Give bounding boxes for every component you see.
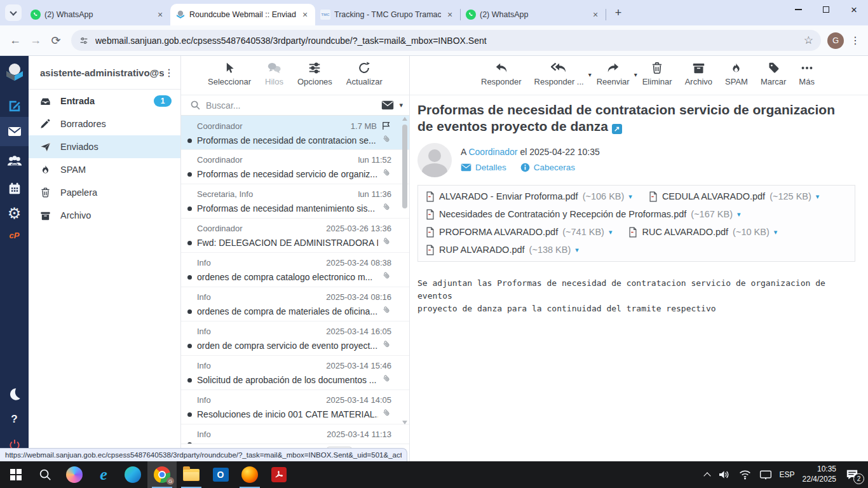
- contacts-icon[interactable]: [0, 150, 29, 172]
- message-status-dot[interactable]: [187, 309, 192, 314]
- attachment-item[interactable]: RUC ALVARADO.pdf (~10 KB) ▾: [628, 227, 777, 238]
- mail-icon[interactable]: [0, 117, 29, 146]
- options-button[interactable]: Opciones: [297, 61, 332, 86]
- headers-toggle[interactable]: Cabeceras: [520, 163, 575, 172]
- tab-close-icon[interactable]: ×: [590, 10, 600, 20]
- help-icon[interactable]: ?: [0, 410, 29, 428]
- message-list-item[interactable]: Info 2025-03-14 14:05 Resoluciones de in…: [181, 390, 409, 424]
- attachment-menu-caret[interactable]: ▾: [575, 246, 579, 254]
- attachment-item[interactable]: Necesidades de Contratación y Recepción …: [426, 209, 741, 220]
- more-button[interactable]: Más: [799, 61, 815, 86]
- back-button[interactable]: ←: [5, 30, 25, 51]
- refresh-button[interactable]: Actualizar: [346, 61, 383, 86]
- dark-mode-moon-icon[interactable]: [0, 384, 29, 404]
- window-maximize-button[interactable]: [812, 0, 840, 19]
- attachment-item[interactable]: ALVARADO - Enviar Proforma.pdf (~106 KB)…: [426, 191, 632, 202]
- attachment-menu-caret[interactable]: ▾: [609, 228, 613, 236]
- folder-sent[interactable]: Enviados: [29, 135, 180, 158]
- internet-explorer-button[interactable]: e: [89, 461, 118, 488]
- omnibox[interactable]: webmail.sanjuan.gob.ec/cpsess5487640538/…: [71, 30, 821, 51]
- message-list-item[interactable]: Info 2025-03-14 15:46 Solicitud de aprob…: [181, 356, 409, 390]
- account-menu-icon[interactable]: ⋮: [164, 67, 174, 79]
- edge-button[interactable]: [118, 461, 147, 488]
- scroll-up-arrow[interactable]: [402, 117, 407, 121]
- new-tab-button[interactable]: +: [610, 4, 627, 21]
- taskbar-search-button[interactable]: [31, 461, 60, 488]
- archive-button[interactable]: Archivo: [685, 61, 712, 86]
- calendar-icon[interactable]: [0, 178, 29, 200]
- wifi-icon[interactable]: [738, 469, 752, 480]
- compose-icon[interactable]: [0, 95, 29, 117]
- folder-archive[interactable]: Archivo: [29, 204, 180, 227]
- message-status-dot[interactable]: [187, 412, 192, 417]
- tab-close-icon[interactable]: ×: [155, 10, 165, 20]
- attachment-menu-caret[interactable]: ▾: [737, 210, 741, 219]
- message-status-dot[interactable]: [187, 275, 192, 280]
- folder-trash[interactable]: Papelera: [29, 181, 180, 204]
- chrome-button[interactable]: G: [147, 461, 177, 488]
- message-list-item[interactable]: Secretaria, Info lun 11:36 Proformas de …: [181, 184, 409, 219]
- reply-all-dropdown-caret[interactable]: ▾: [588, 71, 592, 78]
- copilot-button[interactable]: [60, 461, 89, 488]
- attachment-item[interactable]: PROFORMA ALVARADO.pdf (~741 KB) ▾: [426, 227, 612, 238]
- site-settings-icon[interactable]: [79, 36, 89, 46]
- attachment-item[interactable]: CEDULA ALVARADO.pdf (~125 KB) ▾: [649, 191, 820, 202]
- clock[interactable]: 10:35 22/4/2025: [803, 464, 836, 484]
- message-list-item[interactable]: Info 2025-03-14 11:13: [181, 424, 409, 444]
- volume-icon[interactable]: [717, 468, 731, 481]
- search-input[interactable]: [206, 100, 376, 111]
- spam-button[interactable]: SPAM: [725, 61, 748, 86]
- bookmark-star-icon[interactable]: ☆: [804, 34, 813, 47]
- select-button[interactable]: Seleccionar: [208, 61, 251, 86]
- scrollbar-thumb[interactable]: [402, 125, 407, 208]
- message-status-dot[interactable]: [187, 207, 192, 211]
- flag-icon[interactable]: [381, 121, 391, 131]
- message-list-item[interactable]: Coordinador 1.7 MB Proformas de necesida…: [181, 116, 409, 150]
- search-options-caret[interactable]: ▾: [399, 101, 403, 109]
- message-list-item[interactable]: Info 2025-03-24 08:38 ordenes de compra …: [181, 253, 409, 287]
- cpanel-icon[interactable]: cP: [0, 226, 29, 244]
- folder-inbox[interactable]: Entrada 1: [29, 90, 180, 112]
- attachment-menu-caret[interactable]: ▾: [774, 228, 778, 236]
- tab-whatsapp-1[interactable]: (2) WhatsApp ×: [25, 4, 170, 25]
- tab-tracking-tmc[interactable]: TMC Tracking - TMC Grupo Tramaco ×: [315, 4, 460, 25]
- folder-drafts[interactable]: Borradores: [29, 112, 180, 135]
- attachment-menu-caret[interactable]: ▾: [628, 193, 632, 201]
- browser-profile-avatar[interactable]: G: [827, 32, 844, 49]
- forward-button[interactable]: Reenviar ▾: [597, 61, 630, 86]
- forward-button[interactable]: →: [25, 30, 46, 51]
- tab-close-icon[interactable]: ×: [300, 10, 310, 20]
- acrobat-button[interactable]: [264, 461, 294, 488]
- tray-expand-chevron-icon[interactable]: [703, 472, 710, 479]
- mark-button[interactable]: Marcar: [761, 61, 786, 86]
- window-close-button[interactable]: ×: [840, 0, 868, 19]
- firefox-button[interactable]: [235, 461, 264, 488]
- message-status-dot[interactable]: [187, 442, 192, 444]
- message-list-item[interactable]: Info 2025-03-14 16:05 orden de compra se…: [181, 322, 409, 356]
- attachment-item[interactable]: RUP ALVARADO.pdf (~138 KB) ▾: [426, 245, 579, 255]
- message-status-dot[interactable]: [187, 378, 192, 383]
- message-list-item[interactable]: Coordinador lun 11:52 Proformas de neces…: [181, 150, 409, 184]
- details-toggle[interactable]: Detalles: [461, 163, 506, 172]
- search-scope-mail-icon[interactable]: [381, 100, 394, 110]
- message-status-dot[interactable]: [187, 344, 192, 348]
- start-button[interactable]: [1, 461, 31, 488]
- tab-whatsapp-2[interactable]: (2) WhatsApp ×: [461, 4, 606, 25]
- recipient-link[interactable]: Coordinador: [468, 147, 517, 157]
- reload-button[interactable]: ⟳: [46, 30, 66, 51]
- open-in-new-window-icon[interactable]: [612, 124, 622, 134]
- list-scrollbar[interactable]: [402, 117, 408, 442]
- reply-button[interactable]: Responder: [481, 61, 522, 86]
- tab-list-chevron-button[interactable]: [5, 4, 22, 21]
- message-status-dot[interactable]: [187, 172, 192, 177]
- keyboard-language[interactable]: ESP: [780, 470, 795, 479]
- notification-center-button[interactable]: 2: [844, 467, 860, 482]
- tab-roundcube[interactable]: Roundcube Webmail :: Enviados ×: [170, 4, 315, 25]
- message-status-dot[interactable]: [187, 241, 192, 245]
- window-minimize-button[interactable]: [784, 0, 812, 19]
- display-connect-icon[interactable]: [759, 469, 772, 480]
- folder-spam[interactable]: SPAM: [29, 158, 180, 181]
- attachment-menu-caret[interactable]: ▾: [816, 193, 820, 201]
- delete-button[interactable]: Eliminar: [642, 61, 672, 86]
- settings-gear-icon[interactable]: ⚙: [0, 202, 29, 225]
